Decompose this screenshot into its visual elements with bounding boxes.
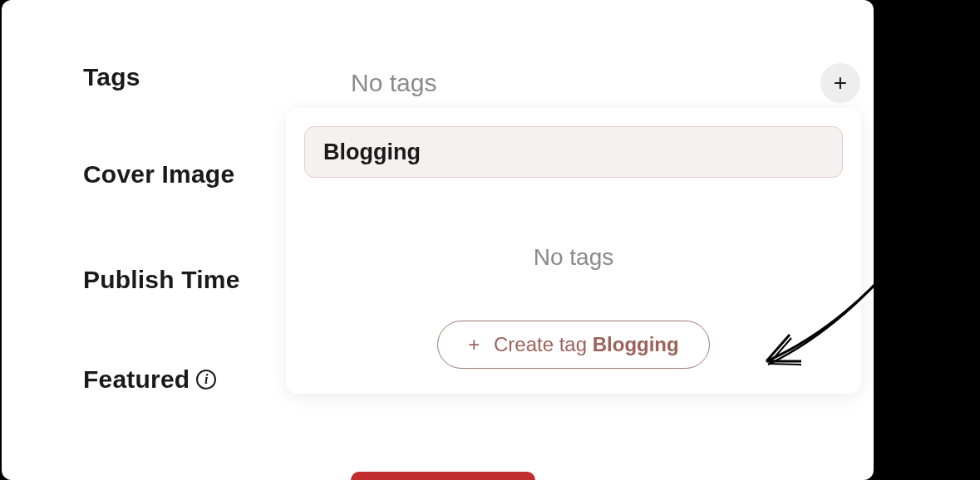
label-featured: Featured i [83,365,216,394]
settings-panel: Tags Cover Image Publish Time Featured i… [2,0,874,480]
plus-icon: + [834,70,847,96]
label-featured-text: Featured [83,365,190,394]
add-tag-button[interactable]: + [820,63,860,103]
label-tags: Tags [83,63,140,91]
label-publish-time: Publish Time [83,266,240,294]
create-tag-value: Blogging [593,333,679,355]
tags-empty-text: No tags [351,69,436,97]
create-tag-button[interactable]: + Create tag Blogging [437,321,709,369]
partial-button[interactable] [351,472,535,480]
create-tag-prefix: Create tag [494,333,593,355]
label-cover-image: Cover Image [83,160,234,189]
info-icon[interactable]: i [196,370,216,389]
tag-search-input[interactable] [304,126,843,178]
tags-dropdown: No tags + Create tag Blogging [286,108,861,394]
tags-row: No tags + [351,63,865,103]
dropdown-empty-text: No tags [304,244,843,271]
plus-icon: + [468,333,480,355]
